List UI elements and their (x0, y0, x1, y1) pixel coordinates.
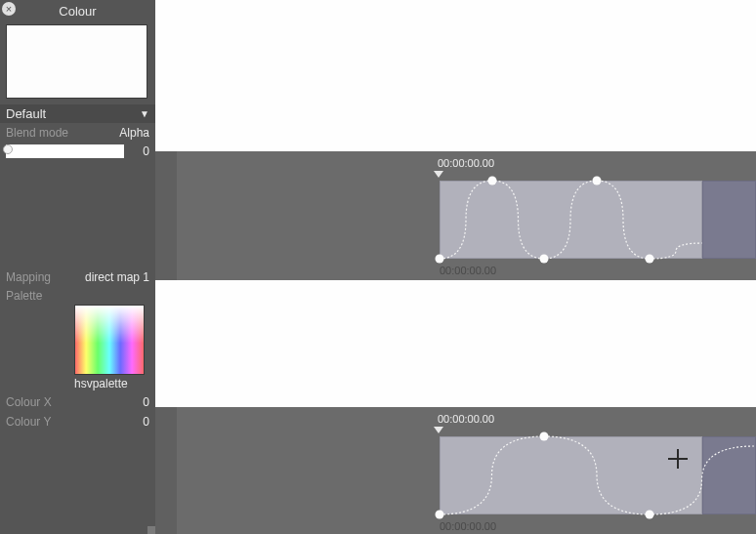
keyframe-point[interactable] (488, 177, 497, 185)
blend-mode-label: Blend mode (6, 126, 68, 140)
mapping-row[interactable]: Mapping direct map 1 (0, 267, 155, 287)
keyframe-point[interactable] (593, 177, 602, 185)
keyframe-point[interactable] (436, 511, 444, 519)
track-gutter (155, 407, 177, 534)
palette-label: Palette (6, 289, 42, 303)
blend-mode-row[interactable]: Blend mode Alpha (0, 123, 155, 143)
timeline-clip[interactable] (440, 181, 702, 259)
palette-preview[interactable] (74, 305, 145, 375)
mapping-value: direct map 1 (85, 270, 149, 284)
timeline-clip[interactable] (440, 436, 702, 514)
timecode-bottom: 00:00:00.00 (440, 265, 496, 276)
colour-panel: × Colour Default ▼ Blend mode Alpha 0 Ma… (0, 0, 155, 534)
timecode-top: 00:00:00.00 (438, 157, 494, 169)
preset-label: Default (6, 106, 46, 121)
resize-handle[interactable] (147, 526, 155, 534)
alpha-slider[interactable] (6, 144, 124, 158)
colour-x-value: 0 (143, 395, 149, 409)
keyframe-point[interactable] (540, 255, 549, 264)
colour-swatch[interactable] (6, 24, 147, 99)
keyframe-point[interactable] (646, 255, 654, 264)
blend-mode-value: Alpha (119, 126, 149, 140)
keyframe-point[interactable] (646, 511, 654, 519)
playhead-marker-icon[interactable] (434, 171, 443, 178)
keyframe-point[interactable] (436, 255, 444, 264)
close-icon[interactable]: × (2, 2, 16, 16)
colour-x-row[interactable]: Colour X 0 (0, 392, 155, 412)
playhead-marker-icon[interactable] (434, 427, 443, 433)
keyframe-point[interactable] (540, 432, 549, 441)
timeline-clip-tail[interactable] (702, 181, 756, 259)
slider-knob[interactable] (3, 144, 13, 154)
colour-x-label: Colour X (6, 395, 52, 409)
colour-y-value: 0 (143, 415, 149, 429)
colour-y-label: Colour Y (6, 415, 51, 429)
panel-title: Colour (0, 0, 155, 22)
timecode-bottom: 00:00:00.00 (440, 520, 496, 532)
timeline-track[interactable]: 00:00:00.00 00:00:00.00 (155, 151, 756, 280)
timeline-clip-tail[interactable] (702, 436, 756, 514)
mapping-label: Mapping (6, 270, 51, 284)
palette-block: Palette hsvpalette (0, 287, 155, 392)
palette-name: hsvpalette (74, 375, 149, 390)
chevron-down-icon: ▼ (140, 108, 149, 119)
timecode-top: 00:00:00.00 (438, 413, 494, 425)
track-gutter (155, 151, 177, 280)
timeline-track[interactable]: 00:00:00.00 00:00:00.00 (155, 407, 756, 534)
preset-dropdown[interactable]: Default ▼ (0, 104, 155, 123)
colour-y-row[interactable]: Colour Y 0 (0, 412, 155, 431)
alpha-value: 0 (128, 144, 149, 158)
alpha-slider-row: 0 (0, 143, 155, 160)
